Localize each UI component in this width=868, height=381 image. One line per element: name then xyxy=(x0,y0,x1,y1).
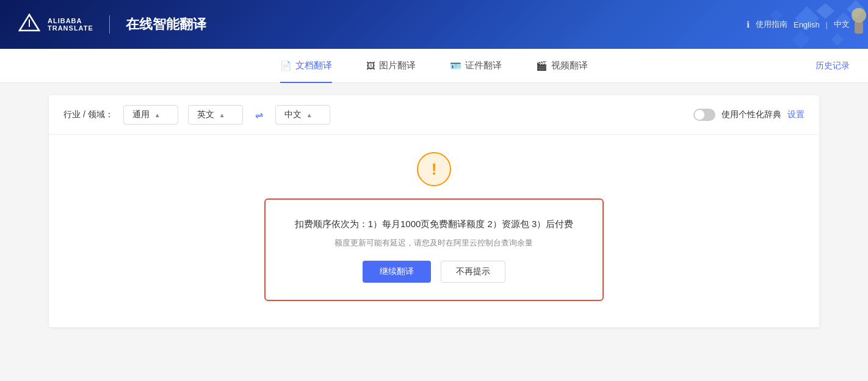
svg-marker-4 xyxy=(831,34,844,46)
lang-english[interactable]: English xyxy=(794,20,820,29)
billing-dialog: 扣费顺序依次为：1）每月1000页免费翻译额度 2）资源包 3）后付费 额度更新… xyxy=(264,198,604,301)
history-link[interactable]: 历史记录 xyxy=(816,60,850,71)
cert-icon: 🪪 xyxy=(450,60,461,71)
industry-select[interactable]: 通用 ▲ xyxy=(123,105,178,125)
help-icon: ℹ xyxy=(747,20,750,29)
warning-icon: ! xyxy=(417,152,451,186)
translate-box: 行业 / 领域： 通用 ▲ 英文 ▲ ⇌ 中文 ▲ 使用个性化辞典 设置 xyxy=(49,95,819,327)
to-lang-select[interactable]: 中文 ▲ xyxy=(275,105,330,125)
custom-dict-label: 使用个性化辞典 xyxy=(722,109,781,120)
dialog-sub-text: 额度更新可能有延迟，请您及时在阿里云控制台查询余量 xyxy=(295,238,574,249)
logo-area: ALIBABA TRANSLATE 在线智能翻译 xyxy=(18,13,206,35)
main-content: 行业 / 领域： 通用 ▲ 英文 ▲ ⇌ 中文 ▲ 使用个性化辞典 设置 xyxy=(0,83,868,376)
tab-image[interactable]: 🖼 图片翻译 xyxy=(349,49,433,83)
tab-image-label: 图片翻译 xyxy=(379,60,416,71)
logo-text-translate: TRANSLATE xyxy=(48,24,93,32)
image-icon: 🖼 xyxy=(366,60,375,71)
from-lang-chevron-icon: ▲ xyxy=(219,112,225,118)
lang-chinese[interactable]: 中文 xyxy=(834,19,850,30)
custom-dict-toggle[interactable] xyxy=(693,109,715,121)
industry-label: 行业 / 领域： xyxy=(63,109,114,120)
dismiss-button[interactable]: 不再提示 xyxy=(441,261,505,283)
to-lang-chevron-icon: ▲ xyxy=(306,112,313,118)
tab-certificate-label: 证件翻译 xyxy=(465,60,502,71)
logo-icon xyxy=(18,13,40,35)
svg-marker-3 xyxy=(792,31,810,49)
tab-certificate[interactable]: 🪪 证件翻译 xyxy=(433,49,519,83)
toolbar-right: 使用个性化辞典 设置 xyxy=(693,109,805,121)
tab-video-label: 视频翻译 xyxy=(551,60,588,71)
industry-value: 通用 xyxy=(132,109,150,120)
dialog-buttons: 继续翻译 不再提示 xyxy=(295,261,574,283)
translate-toolbar: 行业 / 领域： 通用 ▲ 英文 ▲ ⇌ 中文 ▲ 使用个性化辞典 设置 xyxy=(49,95,819,135)
swap-language-icon[interactable]: ⇌ xyxy=(253,109,266,121)
tab-document[interactable]: 📄 文档翻译 xyxy=(263,49,349,83)
nav-area: 📄 文档翻译 🖼 图片翻译 🪪 证件翻译 🎬 视频翻译 历史记录 xyxy=(0,49,868,83)
from-lang-select[interactable]: 英文 ▲ xyxy=(188,105,243,125)
upload-area: ! 扣费顺序依次为：1）每月1000页免费翻译额度 2）资源包 3）后付费 额度… xyxy=(49,135,819,318)
header: ALIBABA TRANSLATE 在线智能翻译 ℹ 使用指南 English … xyxy=(0,0,868,49)
continue-translate-button[interactable]: 继续翻译 xyxy=(363,261,431,283)
header-right: ℹ 使用指南 English | 中文 xyxy=(747,19,850,30)
settings-link[interactable]: 设置 xyxy=(787,109,805,120)
svg-marker-5 xyxy=(847,0,865,18)
doc-icon: 📄 xyxy=(280,60,292,71)
logo-text-alibaba: ALIBABA xyxy=(48,17,93,24)
tab-document-label: 文档翻译 xyxy=(295,60,332,71)
svg-marker-1 xyxy=(816,3,834,19)
site-title: 在线智能翻译 xyxy=(126,15,206,34)
logo-divider xyxy=(109,15,110,34)
watermark: CSDN @csdn565973850 xyxy=(0,376,868,381)
dialog-main-text: 扣费顺序依次为：1）每月1000页免费翻译额度 2）资源包 3）后付费 xyxy=(295,217,574,231)
to-lang-value: 中文 xyxy=(284,109,302,120)
svg-point-7 xyxy=(852,8,866,23)
help-link[interactable]: 使用指南 xyxy=(756,19,787,30)
exclamation-icon: ! xyxy=(432,160,437,179)
svg-rect-8 xyxy=(855,21,863,34)
from-lang-value: 英文 xyxy=(197,109,214,120)
video-icon: 🎬 xyxy=(536,60,548,71)
industry-chevron-icon: ▲ xyxy=(154,112,161,118)
tab-video[interactable]: 🎬 视频翻译 xyxy=(519,49,605,83)
nav-tabs: 📄 文档翻译 🖼 图片翻译 🪪 证件翻译 🎬 视频翻译 xyxy=(122,49,746,83)
lang-separator: | xyxy=(826,20,828,29)
